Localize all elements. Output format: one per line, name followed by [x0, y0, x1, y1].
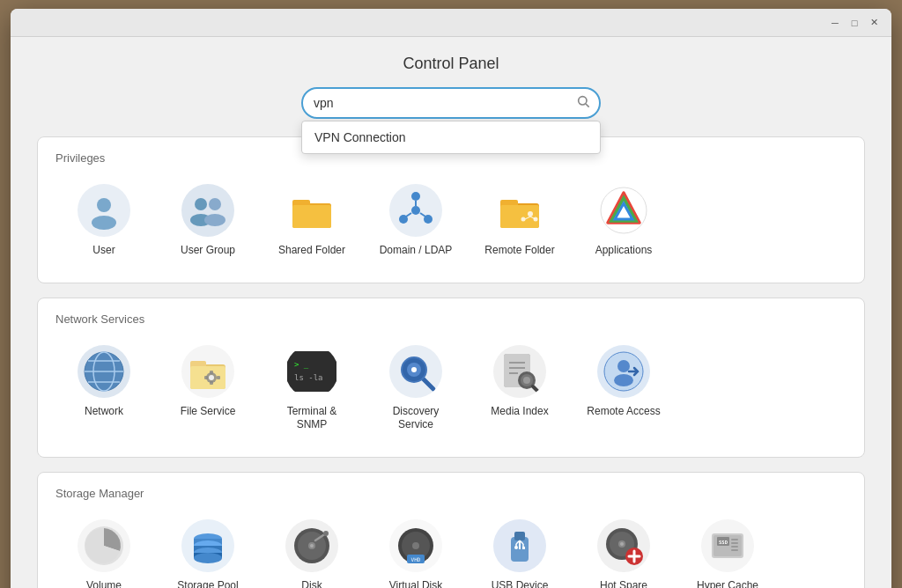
section-privileges: Privileges User [37, 136, 865, 283]
privileges-grid: User User Group [55, 177, 847, 265]
item-usergroup[interactable]: User Group [159, 177, 256, 265]
item-network-label: Network [85, 405, 123, 419]
svg-line-18 [406, 213, 411, 217]
svg-line-56 [533, 386, 538, 392]
svg-point-68 [194, 553, 222, 563]
search-container: VPN Connection [301, 87, 601, 119]
item-network[interactable]: Network [55, 338, 152, 439]
search-dropdown: VPN Connection [301, 121, 601, 154]
svg-line-1 [586, 104, 589, 107]
svg-text:VHD: VHD [411, 556, 421, 562]
svg-text:SSD: SSD [719, 540, 728, 545]
item-fileservice[interactable]: File Service [159, 338, 256, 439]
item-hypercache[interactable]: SSD Hyper Cache [679, 512, 776, 588]
item-usbdevice[interactable]: USB Device [471, 512, 568, 588]
item-user[interactable]: User [55, 177, 152, 265]
close-button[interactable]: ✕ [867, 16, 881, 30]
svg-rect-102 [731, 546, 738, 548]
svg-point-55 [523, 377, 530, 384]
item-disk-label: Disk [301, 579, 322, 588]
item-remotefolder[interactable]: Remote Folder [471, 177, 568, 265]
svg-point-0 [579, 97, 587, 105]
item-usergroup-label: User Group [181, 244, 235, 258]
item-sharedfolder[interactable]: Shared Folder [263, 177, 360, 265]
item-remotefolder-label: Remote Folder [484, 244, 554, 258]
item-volume[interactable]: Volume [55, 512, 152, 588]
titlebar: ─ □ ✕ [11, 9, 891, 37]
svg-rect-103 [731, 549, 738, 551]
item-domainldap[interactable]: Domain / LDAP [367, 177, 464, 265]
search-icon [576, 94, 590, 112]
item-disk[interactable]: Disk [263, 512, 360, 588]
svg-point-13 [411, 206, 420, 215]
svg-point-87 [514, 546, 518, 549]
item-user-label: User [92, 244, 115, 258]
item-remoteaccess[interactable]: Remote Access [575, 338, 672, 439]
network-grid: Network [55, 338, 847, 439]
svg-point-72 [310, 544, 314, 548]
item-hypercache-label: Hyper Cache [697, 579, 758, 588]
item-mediaindex-label: Media Index [491, 405, 548, 419]
svg-rect-100 [731, 539, 738, 540]
item-volume-label: Volume [86, 579, 122, 588]
svg-point-2 [97, 198, 111, 212]
item-virtualdisk-label: Virtual Disk [389, 579, 442, 588]
minimize-button[interactable]: ─ [828, 16, 842, 30]
search-input[interactable] [301, 87, 601, 119]
section-title-network: Network Services [55, 312, 847, 326]
svg-point-14 [411, 192, 420, 201]
item-domainldap-label: Domain / LDAP [380, 244, 453, 258]
svg-rect-81 [514, 532, 525, 540]
page-title: Control Panel [37, 55, 865, 73]
section-network-services: Network Services Network [37, 298, 865, 458]
control-panel-window: ─ □ ✕ Control Panel VPN Connection Privi… [11, 9, 891, 588]
svg-point-77 [412, 542, 419, 549]
item-hotspare-label: Hot Spare [600, 579, 647, 588]
svg-point-59 [617, 360, 630, 372]
svg-rect-41 [204, 376, 208, 379]
item-terminal[interactable]: > _ ls -la Terminal &SNMP [263, 338, 360, 439]
svg-point-74 [323, 531, 329, 536]
svg-line-19 [420, 213, 425, 217]
svg-rect-12 [292, 205, 331, 228]
window-content: Control Panel VPN Connection Privileges [11, 37, 891, 588]
item-discovery[interactable]: DiscoveryService [367, 338, 464, 439]
item-mediaindex[interactable]: Media Index [471, 338, 568, 439]
svg-rect-40 [210, 381, 213, 385]
svg-rect-42 [217, 376, 220, 379]
svg-point-3 [92, 216, 116, 230]
item-terminal-label: Terminal &SNMP [287, 405, 337, 432]
svg-rect-88 [522, 547, 525, 549]
svg-point-24 [521, 217, 526, 222]
svg-point-92 [620, 542, 624, 546]
item-usbdevice-label: USB Device [492, 579, 549, 588]
dropdown-item-vpn[interactable]: VPN Connection [302, 121, 600, 153]
svg-point-60 [614, 374, 633, 386]
svg-rect-101 [731, 542, 738, 544]
svg-rect-39 [210, 371, 213, 374]
svg-point-4 [195, 198, 207, 210]
svg-point-6 [209, 198, 221, 210]
item-virtualdisk[interactable]: VHD Virtual Disk [367, 512, 464, 588]
item-applications-label: Applications [595, 244, 653, 258]
item-sharedfolder-label: Shared Folder [278, 244, 345, 258]
svg-rect-22 [500, 205, 539, 228]
svg-point-7 [204, 214, 226, 226]
svg-point-23 [528, 211, 533, 217]
maximize-button[interactable]: □ [847, 16, 861, 30]
section-title-storage: Storage Manager [55, 487, 847, 500]
svg-line-46 [423, 379, 433, 389]
item-applications[interactable]: Applications [575, 177, 672, 265]
item-storagepool-label: Storage Pool [177, 579, 238, 588]
item-remoteaccess-label: Remote Access [587, 405, 660, 419]
item-hotspare[interactable]: Hot Spare [575, 512, 672, 588]
item-discovery-label: DiscoveryService [393, 405, 440, 432]
svg-point-38 [209, 375, 214, 380]
svg-point-45 [411, 367, 417, 372]
item-fileservice-label: File Service [181, 405, 236, 419]
section-storage-manager: Storage Manager Volume [37, 472, 865, 588]
storage-grid: Volume [55, 512, 847, 588]
item-storagepool[interactable]: Storage Pool [159, 512, 256, 588]
